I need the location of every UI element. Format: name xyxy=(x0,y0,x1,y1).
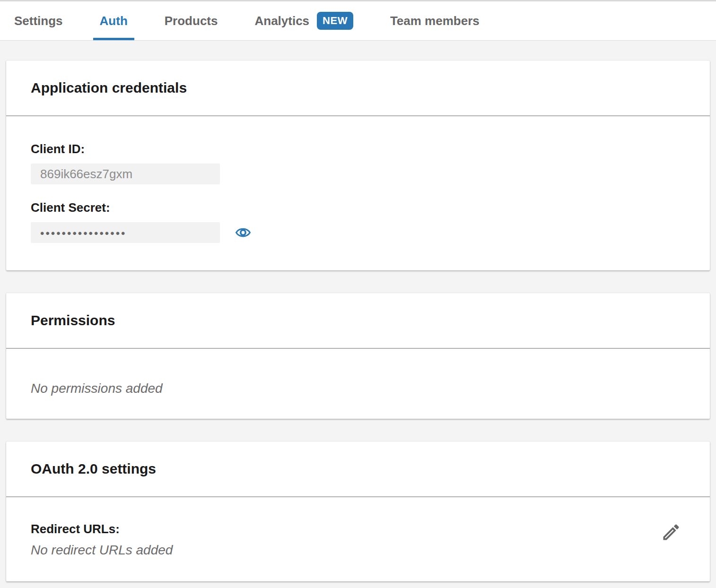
permissions-body: No permissions added xyxy=(6,349,710,419)
tab-auth-label: Auth xyxy=(100,14,128,28)
client-secret-row: •••••••••••••••• xyxy=(31,215,685,243)
tab-products-label: Products xyxy=(165,14,218,28)
permissions-header: Permissions xyxy=(6,293,710,349)
tab-settings-label: Settings xyxy=(14,14,63,28)
client-secret-masked-value: •••••••••••••••• xyxy=(40,226,126,239)
tab-bar: Settings Auth Products Analytics NEW Tea… xyxy=(0,0,716,41)
permissions-card: Permissions No permissions added xyxy=(6,293,710,419)
edit-redirect-urls-button[interactable] xyxy=(661,522,681,543)
tab-team-members-label: Team members xyxy=(390,14,480,28)
oauth-settings-title: OAuth 2.0 settings xyxy=(31,460,685,477)
new-badge: NEW xyxy=(317,12,353,30)
redirect-urls-label: Redirect URLs: xyxy=(31,522,173,536)
oauth-settings-header: OAuth 2.0 settings xyxy=(6,441,710,497)
application-credentials-body: Client ID: 869ik66esz7gxm Client Secret:… xyxy=(6,116,710,270)
oauth-settings-card: OAuth 2.0 settings Redirect URLs: No red… xyxy=(6,441,710,581)
tab-settings[interactable]: Settings xyxy=(8,1,70,40)
reveal-secret-button[interactable] xyxy=(235,225,251,241)
tab-team-members[interactable]: Team members xyxy=(384,1,486,40)
tab-analytics[interactable]: Analytics NEW xyxy=(248,1,359,40)
redirect-urls-empty-text: No redirect URLs added xyxy=(31,543,173,558)
permissions-empty-text: No permissions added xyxy=(31,381,685,396)
redirect-urls-block: Redirect URLs: No redirect URLs added xyxy=(31,522,173,558)
oauth-settings-body: Redirect URLs: No redirect URLs added xyxy=(6,497,710,581)
application-credentials-title: Application credentials xyxy=(31,79,685,96)
tab-auth[interactable]: Auth xyxy=(93,1,134,40)
eye-icon xyxy=(235,225,251,241)
client-id-label: Client ID: xyxy=(31,142,685,156)
tab-analytics-label: Analytics xyxy=(254,14,309,28)
permissions-title: Permissions xyxy=(31,312,685,329)
client-id-field[interactable]: 869ik66esz7gxm xyxy=(31,164,220,184)
tab-products[interactable]: Products xyxy=(158,1,225,40)
application-credentials-card: Application credentials Client ID: 869ik… xyxy=(6,61,710,270)
pencil-icon xyxy=(661,522,681,543)
client-secret-field[interactable]: •••••••••••••••• xyxy=(31,222,220,243)
main-content: Application credentials Client ID: 869ik… xyxy=(0,41,716,581)
client-id-value: 869ik66esz7gxm xyxy=(40,167,132,182)
application-credentials-header: Application credentials xyxy=(6,61,710,116)
client-secret-label: Client Secret: xyxy=(31,200,685,215)
